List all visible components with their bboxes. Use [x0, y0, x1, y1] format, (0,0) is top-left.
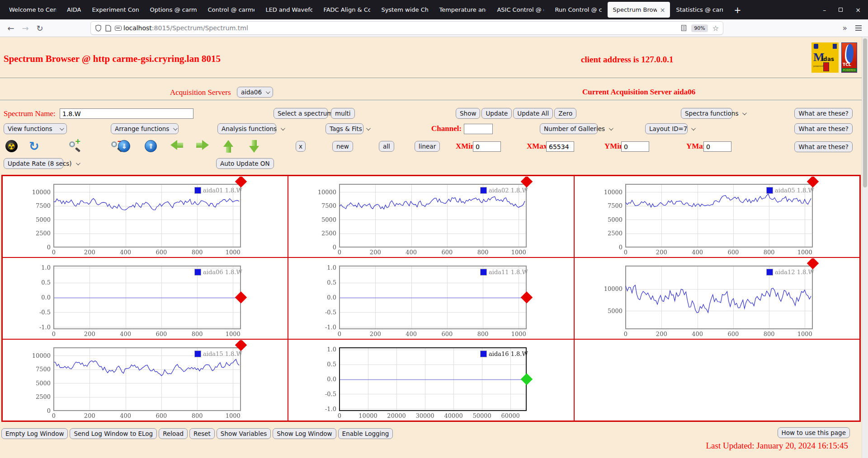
- send-log-window-to-elog-button[interactable]: Send Log Window to ELog: [70, 428, 157, 439]
- spectrum-chart-aida12[interactable]: [575, 258, 859, 339]
- scroll-up-icon[interactable]: ⇑: [145, 140, 157, 152]
- zero-button[interactable]: Zero: [554, 108, 576, 119]
- update-all-button[interactable]: Update All: [513, 108, 553, 119]
- acquisition-server-value: aida06: [241, 89, 262, 96]
- bookmark-star-icon[interactable]: ☆: [712, 24, 719, 33]
- window-minimize-icon[interactable]: –: [823, 6, 826, 14]
- forward-icon[interactable]: →: [18, 23, 33, 33]
- back-icon[interactable]: ←: [4, 23, 18, 33]
- ymax-input[interactable]: [703, 141, 731, 152]
- page-up-icon[interactable]: [223, 140, 233, 153]
- show-variables-button[interactable]: Show Variables: [217, 428, 271, 439]
- auto-update-button[interactable]: Auto Update ON: [216, 158, 274, 169]
- browser-tab[interactable]: System wide Che: [376, 2, 433, 18]
- page-info-icon[interactable]: [105, 25, 111, 32]
- gallery-cell-aida02: [288, 176, 574, 257]
- tab-label: Options @ carme: [150, 6, 197, 13]
- analysis-functions-dropdown[interactable]: Analysis functions: [217, 123, 276, 134]
- site-permissions-icon[interactable]: [115, 26, 122, 31]
- how-to-use-button[interactable]: How to use this page: [778, 427, 850, 438]
- enable-logging-button[interactable]: Enable Logging: [338, 428, 393, 439]
- view-functions-dropdown[interactable]: View functions: [4, 123, 67, 134]
- acquisition-server-select[interactable]: aida06: [237, 87, 273, 98]
- xmin-label: XMin: [456, 142, 475, 151]
- page-scrollbar[interactable]: [862, 37, 868, 458]
- midas-logo: M idas powered by: [811, 42, 839, 73]
- number-of-galleries-dropdown[interactable]: Number of Galleries: [540, 123, 598, 134]
- midas-logo-emblem: [823, 62, 829, 71]
- what-are-these-button[interactable]: What are these?: [794, 123, 853, 134]
- spectrum-name-input[interactable]: [60, 108, 193, 119]
- multi-button[interactable]: multi: [331, 108, 355, 119]
- browser-tab[interactable]: Control @ carme: [203, 2, 259, 18]
- xmax-input[interactable]: [546, 141, 574, 152]
- browser-tab[interactable]: Spectrum Brow×: [608, 2, 670, 18]
- browser-tab[interactable]: Experiment Contr: [87, 2, 144, 18]
- url-host: localhost: [123, 24, 152, 32]
- midas-logo-flag: [814, 44, 818, 49]
- spectra-functions-value: Spectra functions: [685, 110, 738, 117]
- window-close-icon[interactable]: ×: [855, 6, 861, 14]
- browser-tab[interactable]: Statistics @ carm: [671, 2, 728, 18]
- spectrum-chart-aida16[interactable]: [288, 340, 573, 421]
- select-spectrum-dropdown[interactable]: Select a spectrum: [274, 108, 328, 119]
- new-button[interactable]: new: [332, 141, 353, 152]
- tab-close-icon[interactable]: ×: [660, 6, 665, 14]
- reset-button[interactable]: Reset: [189, 428, 215, 439]
- ymin-input[interactable]: [621, 141, 649, 152]
- new-tab-button[interactable]: +: [728, 5, 746, 15]
- tags-fits-dropdown[interactable]: Tags & Fits: [326, 123, 363, 134]
- empty-log-window-button[interactable]: Empty Log Window: [1, 428, 68, 439]
- toolbar-overflow-icon[interactable]: »: [843, 23, 847, 33]
- reader-view-icon[interactable]: [681, 25, 687, 31]
- update-button[interactable]: Update: [481, 108, 512, 119]
- url-bar[interactable]: localhost:8015/Spectrum/Spectrum.tml 90%…: [90, 21, 723, 35]
- channel-input[interactable]: [464, 124, 493, 134]
- show-log-window-button[interactable]: Show Log Window: [273, 428, 336, 439]
- all-button[interactable]: all: [379, 141, 394, 152]
- what-are-these-button[interactable]: What are these?: [794, 108, 853, 119]
- zoom-in-icon[interactable]: +: [68, 140, 81, 154]
- what-are-these-button[interactable]: What are these?: [794, 141, 853, 152]
- tcl-feather-icon: [846, 44, 854, 63]
- linear-button[interactable]: linear: [415, 141, 440, 152]
- menu-hamburger-icon[interactable]: [855, 25, 862, 31]
- x-button[interactable]: x: [296, 141, 306, 152]
- layout-id-dropdown[interactable]: Layout ID=7: [645, 123, 688, 134]
- spectrum-chart-aida05[interactable]: [575, 177, 859, 257]
- show-button[interactable]: Show: [456, 108, 480, 119]
- spectrum-chart-aida01[interactable]: [3, 177, 287, 257]
- browser-tab[interactable]: LED and Wavefor: [260, 2, 317, 18]
- browser-tab[interactable]: Options @ carme: [145, 2, 202, 18]
- spectrum-chart-aida02[interactable]: [288, 177, 573, 257]
- page-left-icon[interactable]: [170, 140, 183, 150]
- browser-tab[interactable]: Run Control @ ca: [550, 2, 607, 18]
- gallery-cell-aida11: [288, 257, 574, 339]
- radiation-icon[interactable]: ☢: [5, 140, 18, 152]
- browser-tab[interactable]: AIDA: [62, 2, 86, 18]
- reload-icon[interactable]: ↻: [33, 23, 47, 33]
- scrollbar-thumb[interactable]: [863, 38, 867, 187]
- scroll-down-icon[interactable]: ⇓: [118, 140, 130, 152]
- page-right-icon[interactable]: [196, 140, 209, 150]
- shield-icon[interactable]: [95, 24, 102, 32]
- reload-button[interactable]: Reload: [159, 428, 188, 439]
- xmin-input[interactable]: [473, 141, 501, 152]
- zoom-level-badge[interactable]: 90%: [691, 24, 708, 32]
- spectrum-chart-aida06[interactable]: [3, 258, 287, 339]
- spectra-functions-dropdown[interactable]: Spectra functions: [681, 108, 732, 119]
- browser-tab[interactable]: FADC Align & Co: [318, 2, 375, 18]
- divider: [0, 100, 862, 101]
- page-down-icon[interactable]: [249, 140, 259, 153]
- spectrum-chart-aida11[interactable]: [288, 258, 573, 339]
- xmax-label: XMax: [527, 142, 547, 151]
- browser-tab[interactable]: ASIC Control @ c: [492, 2, 549, 18]
- arrange-functions-dropdown[interactable]: Arrange functions: [111, 123, 179, 134]
- gallery-cell-aida16: [288, 339, 574, 421]
- spectrum-chart-aida15[interactable]: [3, 340, 287, 421]
- browser-tab[interactable]: Welcome to Cent: [4, 2, 61, 18]
- browser-tab[interactable]: Temperature and: [434, 2, 491, 18]
- update-rate-dropdown[interactable]: Update Rate (8 secs): [4, 158, 63, 169]
- window-maximize-icon[interactable]: [839, 8, 843, 12]
- refresh-icon[interactable]: ↻: [29, 140, 39, 152]
